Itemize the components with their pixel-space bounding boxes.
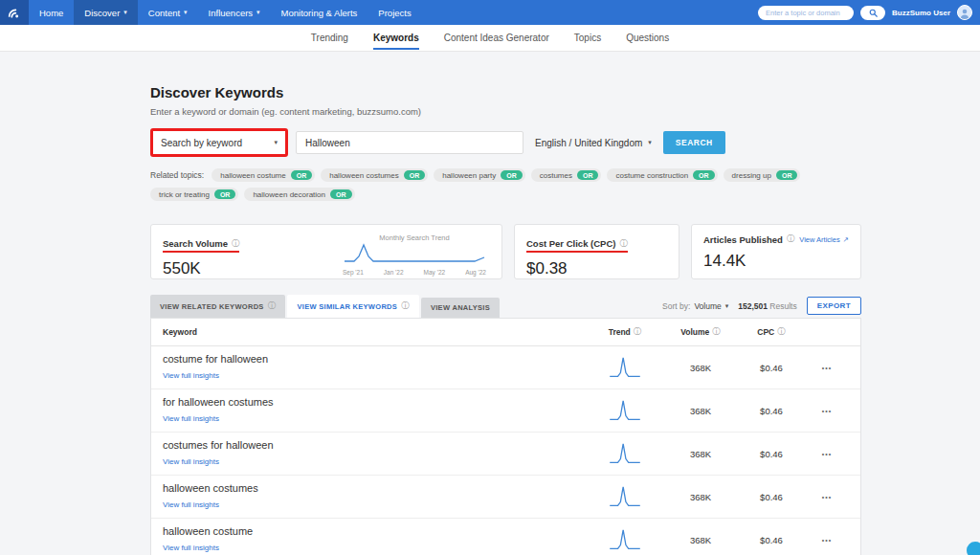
row-menu-button[interactable]: ••• [805, 365, 849, 371]
info-icon[interactable]: ⓘ [777, 326, 786, 338]
view-full-insights-link[interactable]: View full insights [163, 414, 219, 423]
nav-item-influencers[interactable]: Influencers ▾ [198, 0, 271, 25]
row-menu-button[interactable]: ••• [805, 537, 849, 544]
main-content: Discover Keywords Enter a keyword or dom… [0, 52, 861, 555]
info-icon[interactable]: ⓘ [712, 326, 721, 338]
cpc-label: Cost Per Click (CPC) ⓘ [526, 238, 628, 253]
related-topic-chip[interactable]: halloween party OR [434, 168, 525, 182]
volume-value: 368K [663, 406, 738, 416]
search-icon [869, 9, 878, 17]
row-menu-button[interactable]: ••• [805, 451, 849, 457]
info-icon: ⓘ [268, 300, 277, 312]
or-badge: OR [577, 170, 599, 180]
keyword-search-form: Search by keyword ▾ English / United Kin… [150, 128, 861, 157]
row-menu-button[interactable]: ••• [805, 494, 849, 500]
nav-item-monitoring-alerts[interactable]: Monitoring & Alerts [271, 0, 368, 25]
tab-view-similar-keywords[interactable]: VIEW SIMILAR KEYWORDS ⓘ [287, 295, 418, 318]
chevron-down-icon: ▾ [725, 302, 729, 310]
trend-chart [343, 242, 486, 265]
export-button[interactable]: EXPORT [807, 297, 861, 315]
cpc-value: $0.46 [738, 492, 805, 502]
info-icon[interactable]: ⓘ [619, 238, 628, 250]
table-row: halloween costume View full insights 368… [151, 519, 860, 555]
view-full-insights-link[interactable]: View full insights [163, 544, 219, 552]
search-submit-button[interactable]: SEARCH [663, 131, 725, 154]
chevron-down-icon: ▾ [648, 139, 652, 146]
external-link-icon: ↗ [843, 235, 849, 244]
volume-value: 368K [663, 363, 738, 373]
related-topic-chip[interactable]: costumes OR [531, 168, 602, 182]
related-topic-chip[interactable]: halloween decoration OR [244, 188, 354, 201]
cpc-value: $0.46 [738, 449, 805, 459]
tab-trending[interactable]: Trending [311, 26, 348, 50]
sort-by-dropdown[interactable]: Sort by: Volume ▾ [662, 301, 728, 311]
info-icon[interactable]: ⓘ [787, 233, 795, 245]
header-cpc: CPC ⓘ [738, 326, 805, 338]
header-volume: Volume ⓘ [663, 326, 738, 338]
keyword-text: halloween costumes [163, 482, 587, 494]
keyword-text: costumes for halloween [163, 439, 587, 451]
or-badge: OR [776, 170, 798, 180]
info-icon[interactable]: ⓘ [634, 326, 642, 338]
cpc-value: $0.38 [526, 259, 667, 278]
trend-title: Monthly Search Trend [339, 233, 490, 242]
info-icon[interactable]: ⓘ [232, 238, 240, 250]
trend-sparkline [587, 355, 663, 380]
related-topic-chip[interactable]: costume construction OR [607, 168, 717, 182]
chevron-down-icon: ▾ [123, 9, 127, 16]
related-topic-chip[interactable]: trick or treating OR [150, 188, 238, 201]
tab-questions[interactable]: Questions [626, 26, 669, 50]
table-row: for halloween costumes View full insight… [151, 389, 860, 433]
trend-axis-label: Sep '21 [343, 269, 364, 276]
tab-view-analysis[interactable]: VIEW ANALYSIS [421, 298, 500, 318]
table-row: costume for halloween View full insights… [151, 346, 860, 389]
trend-sparkline [587, 484, 663, 509]
cpc-value: $0.46 [738, 406, 805, 416]
tab-topics[interactable]: Topics [574, 26, 601, 50]
chat-widget[interactable] [967, 542, 980, 555]
related-topic-chip[interactable]: dressing up OR [724, 168, 801, 182]
tab-view-related-keywords[interactable]: VIEW RELATED KEYWORDS ⓘ [150, 295, 285, 318]
search-volume-card: Search Volume ⓘ 550K Monthly Search Tren… [150, 224, 502, 279]
trend-axis-label: May '22 [424, 269, 446, 276]
trend-sparkline [587, 527, 663, 552]
row-menu-button[interactable]: ••• [805, 408, 849, 414]
user-menu[interactable]: BuzzSumo User [892, 9, 950, 17]
search-type-select[interactable]: Search by keyword ▾ [153, 131, 285, 154]
search-button[interactable] [860, 6, 885, 20]
or-badge: OR [693, 170, 715, 180]
search-volume-label: Search Volume ⓘ [163, 238, 239, 253]
nav-item-discover[interactable]: Discover ▾ [74, 0, 137, 25]
related-topic-chip[interactable]: halloween costumes OR [321, 168, 428, 182]
tab-keywords[interactable]: Keywords [373, 26, 419, 50]
view-full-insights-link[interactable]: View full insights [163, 371, 219, 380]
buzzsumo-logo[interactable] [0, 0, 29, 25]
cpc-card: Cost Per Click (CPC) ⓘ $0.38 [514, 224, 679, 279]
view-articles-link[interactable]: View Articles ↗ [799, 235, 849, 244]
nav-item-home[interactable]: Home [29, 0, 74, 25]
cpc-value: $0.46 [738, 535, 805, 545]
or-badge: OR [330, 189, 352, 199]
topic-search-input[interactable] [758, 6, 854, 20]
results-tabs: VIEW RELATED KEYWORDS ⓘ VIEW SIMILAR KEY… [150, 295, 861, 318]
view-full-insights-link[interactable]: View full insights [163, 500, 219, 509]
articles-published-value: 14.4K [703, 252, 849, 271]
page-title: Discover Keywords [150, 84, 861, 100]
related-topic-chip[interactable]: halloween costume OR [212, 168, 315, 182]
or-badge: OR [501, 170, 523, 180]
results-count: 152,501 Results [738, 301, 796, 311]
chevron-down-icon: ▾ [274, 139, 278, 146]
table-row: costumes for halloween View full insight… [151, 433, 860, 476]
nav-item-content[interactable]: Content ▾ [138, 0, 198, 25]
nav-item-projects[interactable]: Projects [368, 0, 421, 25]
view-full-insights-link[interactable]: View full insights [163, 457, 219, 466]
stats-cards: Search Volume ⓘ 550K Monthly Search Tren… [150, 224, 861, 279]
keyword-query-input[interactable] [296, 131, 523, 154]
tab-content-ideas-generator[interactable]: Content Ideas Generator [444, 26, 549, 50]
or-badge: OR [404, 170, 426, 180]
header-keyword: Keyword [163, 327, 587, 337]
language-select[interactable]: English / United Kingdom ▾ [531, 131, 656, 154]
avatar[interactable] [957, 5, 972, 20]
table-row: halloween costumes View full insights 36… [151, 476, 860, 519]
info-icon: ⓘ [401, 300, 410, 312]
